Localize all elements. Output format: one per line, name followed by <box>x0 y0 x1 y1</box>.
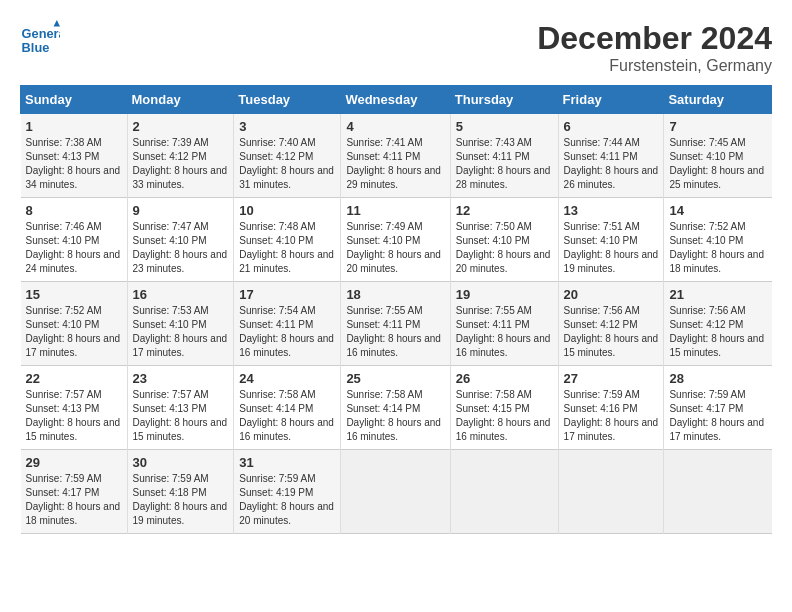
calendar-day-cell: 11 Sunrise: 7:49 AMSunset: 4:10 PMDaylig… <box>341 198 450 282</box>
day-info: Sunrise: 7:49 AMSunset: 4:10 PMDaylight:… <box>346 221 441 274</box>
day-info: Sunrise: 7:53 AMSunset: 4:10 PMDaylight:… <box>133 305 228 358</box>
day-info: Sunrise: 7:59 AMSunset: 4:17 PMDaylight:… <box>669 389 764 442</box>
calendar-day-cell: 17 Sunrise: 7:54 AMSunset: 4:11 PMDaylig… <box>234 282 341 366</box>
logo: General Blue <box>20 20 64 60</box>
weekday-header-saturday: Saturday <box>664 86 772 114</box>
calendar-day-cell: 5 Sunrise: 7:43 AMSunset: 4:11 PMDayligh… <box>450 114 558 198</box>
day-number: 26 <box>456 371 553 386</box>
day-info: Sunrise: 7:52 AMSunset: 4:10 PMDaylight:… <box>26 305 121 358</box>
day-info: Sunrise: 7:55 AMSunset: 4:11 PMDaylight:… <box>346 305 441 358</box>
day-number: 9 <box>133 203 229 218</box>
page-header: General Blue December 2024 Furstenstein,… <box>20 20 772 75</box>
day-number: 29 <box>26 455 122 470</box>
day-info: Sunrise: 7:44 AMSunset: 4:11 PMDaylight:… <box>564 137 659 190</box>
day-info: Sunrise: 7:40 AMSunset: 4:12 PMDaylight:… <box>239 137 334 190</box>
day-number: 30 <box>133 455 229 470</box>
day-number: 18 <box>346 287 444 302</box>
calendar-day-cell: 20 Sunrise: 7:56 AMSunset: 4:12 PMDaylig… <box>558 282 664 366</box>
day-number: 17 <box>239 287 335 302</box>
calendar-day-cell: 10 Sunrise: 7:48 AMSunset: 4:10 PMDaylig… <box>234 198 341 282</box>
day-info: Sunrise: 7:50 AMSunset: 4:10 PMDaylight:… <box>456 221 551 274</box>
day-info: Sunrise: 7:39 AMSunset: 4:12 PMDaylight:… <box>133 137 228 190</box>
calendar-day-cell: 27 Sunrise: 7:59 AMSunset: 4:16 PMDaylig… <box>558 366 664 450</box>
day-info: Sunrise: 7:57 AMSunset: 4:13 PMDaylight:… <box>133 389 228 442</box>
day-number: 23 <box>133 371 229 386</box>
day-number: 15 <box>26 287 122 302</box>
day-number: 3 <box>239 119 335 134</box>
calendar-day-cell: 12 Sunrise: 7:50 AMSunset: 4:10 PMDaylig… <box>450 198 558 282</box>
day-number: 13 <box>564 203 659 218</box>
day-info: Sunrise: 7:59 AMSunset: 4:18 PMDaylight:… <box>133 473 228 526</box>
weekday-header-friday: Friday <box>558 86 664 114</box>
day-number: 21 <box>669 287 766 302</box>
day-info: Sunrise: 7:47 AMSunset: 4:10 PMDaylight:… <box>133 221 228 274</box>
calendar-day-cell <box>450 450 558 534</box>
weekday-header-wednesday: Wednesday <box>341 86 450 114</box>
day-info: Sunrise: 7:38 AMSunset: 4:13 PMDaylight:… <box>26 137 121 190</box>
svg-text:General: General <box>22 26 60 41</box>
calendar-day-cell: 2 Sunrise: 7:39 AMSunset: 4:12 PMDayligh… <box>127 114 234 198</box>
day-info: Sunrise: 7:59 AMSunset: 4:17 PMDaylight:… <box>26 473 121 526</box>
calendar-day-cell: 21 Sunrise: 7:56 AMSunset: 4:12 PMDaylig… <box>664 282 772 366</box>
logo-icon: General Blue <box>20 20 60 60</box>
day-number: 16 <box>133 287 229 302</box>
weekday-header-sunday: Sunday <box>21 86 128 114</box>
calendar-day-cell: 26 Sunrise: 7:58 AMSunset: 4:15 PMDaylig… <box>450 366 558 450</box>
calendar-day-cell: 13 Sunrise: 7:51 AMSunset: 4:10 PMDaylig… <box>558 198 664 282</box>
weekday-header-monday: Monday <box>127 86 234 114</box>
calendar-day-cell: 8 Sunrise: 7:46 AMSunset: 4:10 PMDayligh… <box>21 198 128 282</box>
day-number: 27 <box>564 371 659 386</box>
day-number: 8 <box>26 203 122 218</box>
location-title: Furstenstein, Germany <box>537 57 772 75</box>
calendar-week-row: 22 Sunrise: 7:57 AMSunset: 4:13 PMDaylig… <box>21 366 772 450</box>
calendar-day-cell: 19 Sunrise: 7:55 AMSunset: 4:11 PMDaylig… <box>450 282 558 366</box>
day-info: Sunrise: 7:43 AMSunset: 4:11 PMDaylight:… <box>456 137 551 190</box>
day-info: Sunrise: 7:58 AMSunset: 4:14 PMDaylight:… <box>346 389 441 442</box>
day-number: 5 <box>456 119 553 134</box>
day-info: Sunrise: 7:41 AMSunset: 4:11 PMDaylight:… <box>346 137 441 190</box>
day-info: Sunrise: 7:48 AMSunset: 4:10 PMDaylight:… <box>239 221 334 274</box>
month-title: December 2024 <box>537 20 772 57</box>
calendar-day-cell: 6 Sunrise: 7:44 AMSunset: 4:11 PMDayligh… <box>558 114 664 198</box>
calendar-day-cell: 16 Sunrise: 7:53 AMSunset: 4:10 PMDaylig… <box>127 282 234 366</box>
day-number: 28 <box>669 371 766 386</box>
calendar-day-cell: 31 Sunrise: 7:59 AMSunset: 4:19 PMDaylig… <box>234 450 341 534</box>
calendar-day-cell <box>558 450 664 534</box>
calendar-day-cell: 14 Sunrise: 7:52 AMSunset: 4:10 PMDaylig… <box>664 198 772 282</box>
calendar-week-row: 8 Sunrise: 7:46 AMSunset: 4:10 PMDayligh… <box>21 198 772 282</box>
day-number: 12 <box>456 203 553 218</box>
day-info: Sunrise: 7:54 AMSunset: 4:11 PMDaylight:… <box>239 305 334 358</box>
calendar-day-cell: 9 Sunrise: 7:47 AMSunset: 4:10 PMDayligh… <box>127 198 234 282</box>
calendar-day-cell: 29 Sunrise: 7:59 AMSunset: 4:17 PMDaylig… <box>21 450 128 534</box>
calendar-day-cell: 24 Sunrise: 7:58 AMSunset: 4:14 PMDaylig… <box>234 366 341 450</box>
day-number: 10 <box>239 203 335 218</box>
day-number: 14 <box>669 203 766 218</box>
day-info: Sunrise: 7:59 AMSunset: 4:19 PMDaylight:… <box>239 473 334 526</box>
calendar-day-cell: 4 Sunrise: 7:41 AMSunset: 4:11 PMDayligh… <box>341 114 450 198</box>
calendar-day-cell: 22 Sunrise: 7:57 AMSunset: 4:13 PMDaylig… <box>21 366 128 450</box>
day-number: 1 <box>26 119 122 134</box>
day-info: Sunrise: 7:56 AMSunset: 4:12 PMDaylight:… <box>564 305 659 358</box>
calendar-day-cell: 3 Sunrise: 7:40 AMSunset: 4:12 PMDayligh… <box>234 114 341 198</box>
calendar-table: SundayMondayTuesdayWednesdayThursdayFrid… <box>20 85 772 534</box>
day-info: Sunrise: 7:51 AMSunset: 4:10 PMDaylight:… <box>564 221 659 274</box>
day-info: Sunrise: 7:58 AMSunset: 4:15 PMDaylight:… <box>456 389 551 442</box>
day-info: Sunrise: 7:56 AMSunset: 4:12 PMDaylight:… <box>669 305 764 358</box>
calendar-day-cell: 15 Sunrise: 7:52 AMSunset: 4:10 PMDaylig… <box>21 282 128 366</box>
svg-text:Blue: Blue <box>22 40 50 55</box>
calendar-day-cell: 30 Sunrise: 7:59 AMSunset: 4:18 PMDaylig… <box>127 450 234 534</box>
day-number: 24 <box>239 371 335 386</box>
day-number: 4 <box>346 119 444 134</box>
day-number: 7 <box>669 119 766 134</box>
calendar-week-row: 29 Sunrise: 7:59 AMSunset: 4:17 PMDaylig… <box>21 450 772 534</box>
day-info: Sunrise: 7:59 AMSunset: 4:16 PMDaylight:… <box>564 389 659 442</box>
calendar-week-row: 15 Sunrise: 7:52 AMSunset: 4:10 PMDaylig… <box>21 282 772 366</box>
day-number: 11 <box>346 203 444 218</box>
day-number: 2 <box>133 119 229 134</box>
calendar-day-cell <box>341 450 450 534</box>
day-number: 25 <box>346 371 444 386</box>
calendar-day-cell: 7 Sunrise: 7:45 AMSunset: 4:10 PMDayligh… <box>664 114 772 198</box>
day-info: Sunrise: 7:52 AMSunset: 4:10 PMDaylight:… <box>669 221 764 274</box>
calendar-day-cell: 18 Sunrise: 7:55 AMSunset: 4:11 PMDaylig… <box>341 282 450 366</box>
calendar-day-cell: 1 Sunrise: 7:38 AMSunset: 4:13 PMDayligh… <box>21 114 128 198</box>
